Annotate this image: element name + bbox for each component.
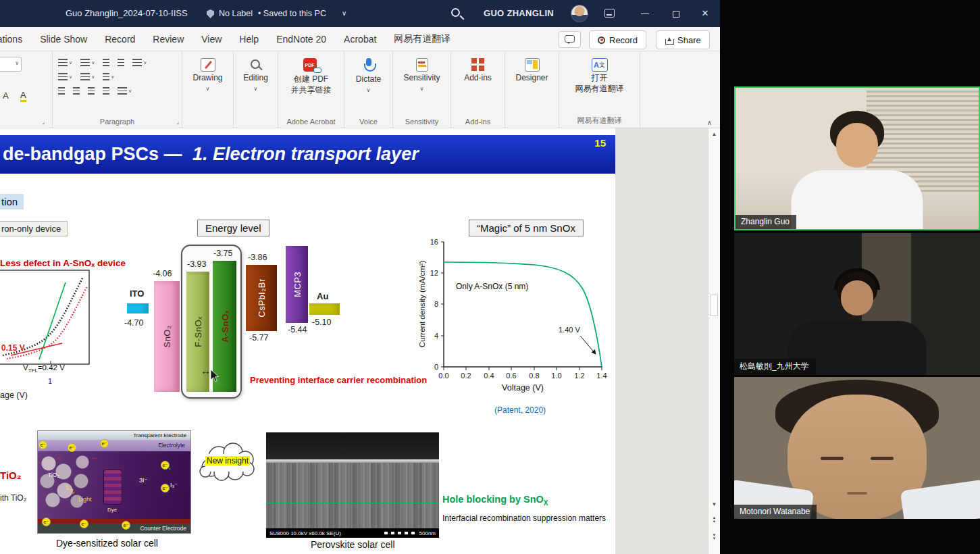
close-button[interactable]: ✕ — [690, 0, 720, 27]
collapse-ribbon-button[interactable]: ∧ — [707, 119, 712, 126]
participant-body — [792, 170, 923, 230]
justify-button[interactable] — [101, 86, 111, 95]
vertical-scrollbar[interactable]: ▲ ▼ ▲▲ ▼▼ — [708, 128, 720, 554]
jv-series-label: Only A-SnOx (5 nm) — [456, 282, 528, 291]
jv-xtick: 0.2 — [461, 372, 471, 380]
canvas-margin — [615, 128, 708, 554]
less-defect-note[interactable]: Less defect in A-SnOₓ device — [0, 258, 126, 268]
sensitivity-button[interactable]: Sensitivity ∨ — [393, 57, 450, 95]
next-slide-button[interactable]: ▼▼ — [708, 534, 720, 540]
record-button[interactable]: Record — [589, 30, 646, 49]
preventing-recombination-note[interactable]: Preventing interface carrier recombinati… — [250, 375, 427, 385]
participant-name: Motonori Watanabe — [734, 505, 817, 519]
chevron-down-icon: ∨ — [91, 60, 95, 66]
participant-name: 松島敏則_九州大学 — [734, 359, 816, 375]
align-center-button[interactable] — [72, 86, 81, 95]
indent-decrease-button[interactable] — [101, 58, 111, 67]
paragraph-dialog-launcher[interactable]: ⌟ — [176, 118, 179, 125]
grow-font-button[interactable]: A — [3, 91, 9, 101]
ribbon-display-options-icon[interactable] — [604, 9, 615, 18]
dssc-figure[interactable]: Transparent Electrode Electrolyte TiO₂ D… — [37, 430, 191, 534]
share-button[interactable]: Share — [656, 30, 710, 49]
tab-record[interactable]: Record — [96, 34, 144, 45]
columns-button[interactable]: ∨ — [57, 72, 74, 81]
sem-caption[interactable]: Perovskite solar cell — [311, 539, 395, 550]
drawing-button[interactable]: Drawing ∨ — [182, 57, 233, 95]
chevron-down-icon: ∨ — [143, 60, 147, 66]
numbering-button[interactable]: ∨ — [79, 58, 96, 67]
tab-endnote[interactable]: EndNote 20 — [267, 34, 335, 45]
chevron-down-icon: ∨ — [206, 84, 210, 93]
sem-info-bar: SU8000 10.0kV x60.0k SE(U) 500nm — [266, 528, 439, 538]
create-pdf-button[interactable]: PDF 创建 PDF 并共享链接 — [278, 57, 344, 96]
font-dialog-launcher[interactable]: ⌟ — [42, 118, 45, 125]
tab-youdao-translate[interactable]: 网易有道翻译 — [385, 33, 459, 45]
electron-only-device-label[interactable]: ron-only device — [0, 221, 68, 236]
chevron-down-icon[interactable]: ∨ — [342, 0, 346, 27]
line-spacing-button[interactable]: ∨ — [131, 58, 148, 67]
columns-icon — [58, 73, 68, 80]
magic-snox-label[interactable]: “Magic” of 5 nm SnOx — [469, 220, 584, 236]
avatar[interactable] — [571, 5, 588, 22]
ribbon-tab-row: nations Slide Show Record Review View He… — [0, 27, 720, 51]
sclc-chart[interactable] — [0, 269, 91, 372]
font-size-box-partial[interactable]: ∨ — [0, 57, 22, 72]
designer-button[interactable]: Designer — [505, 57, 559, 84]
jv-chart[interactable]: 16 12 8 4 0 0.0 0.2 0.4 0.6 0.8 1.0 1.2 … — [417, 235, 614, 397]
video-feed — [734, 377, 980, 519]
scroll-up-button[interactable]: ▲ — [708, 131, 720, 137]
addins-button[interactable]: Add-ins — [451, 57, 505, 84]
new-insight-callout[interactable]: New insight — [196, 439, 259, 482]
slide-canvas[interactable]: de-bandgap PSCs — 1. Electron transport … — [0, 128, 615, 554]
hole-blocking-note[interactable]: Hole blocking by SnOX — [442, 494, 548, 507]
open-youdao-button[interactable]: A文 打开 网易有道翻译 — [559, 57, 640, 95]
participant-tile-matsushima[interactable]: 松島敏則_九州大学 — [734, 233, 980, 375]
patent-note[interactable]: (Patent, 2020) — [494, 405, 546, 415]
section-label-partial[interactable]: tion — [0, 194, 24, 209]
mcp3-value: -5.44 — [288, 325, 307, 334]
jv-ytick: 8 — [434, 300, 438, 308]
editing-button[interactable]: Editing ∨ — [234, 57, 278, 95]
tab-slide-show[interactable]: Slide Show — [31, 34, 96, 45]
sno2-bar[interactable]: SnO₂ — [154, 281, 180, 392]
new-insight-label: New insight — [205, 456, 250, 465]
align-right-button[interactable] — [86, 86, 96, 95]
convert-to-smartart-button[interactable]: ∨ — [116, 86, 133, 95]
align-text-button[interactable]: ∨ — [101, 72, 115, 81]
interfacial-note[interactable]: Interfacial recombination suppression ma… — [442, 513, 606, 523]
sensitivity-label-badge[interactable]: No Label — [219, 0, 253, 27]
tab-help[interactable]: Help — [230, 34, 267, 45]
tab-animations-partial[interactable]: nations — [0, 34, 31, 45]
au-bar[interactable] — [309, 303, 340, 315]
sem-image[interactable]: SU8000 10.0kV x60.0k SE(U) 500nm — [266, 432, 439, 538]
jv-ticks — [441, 242, 602, 370]
dssc-caption[interactable]: Dye-sensitized solar cell — [56, 538, 158, 549]
minimize-button[interactable]: — — [629, 0, 661, 27]
comments-button[interactable] — [559, 31, 581, 48]
align-left-button[interactable] — [57, 86, 66, 95]
text-direction-button[interactable]: ∨ — [79, 72, 96, 81]
highlight-color-button[interactable]: A — [20, 91, 26, 102]
dictate-button[interactable]: Dictate ∨ — [344, 57, 392, 96]
cspbi2br-bar[interactable]: CsPbI₂Br — [246, 265, 277, 331]
energy-level-label[interactable]: Energy level — [197, 220, 269, 236]
search-icon[interactable] — [451, 8, 460, 17]
autosave-status[interactable]: • Saved to this PC — [258, 0, 326, 27]
scroll-down-button[interactable]: ▼ — [708, 501, 720, 507]
participant-tile-zhanglin-guo[interactable]: Zhanglin Guo — [734, 86, 980, 230]
ito-bar[interactable] — [127, 303, 149, 313]
previous-slide-button[interactable]: ▲▲ — [708, 516, 720, 523]
tab-acrobat[interactable]: Acrobat — [335, 34, 385, 45]
sensitivity-shield-icon[interactable] — [207, 9, 214, 18]
voice-group: Dictate ∨ Voice — [344, 51, 393, 128]
tab-view[interactable]: View — [192, 34, 230, 45]
mcp3-bar[interactable]: MCP3 — [286, 246, 308, 323]
participant-tile-watanabe[interactable]: Motonori Watanabe — [734, 377, 980, 519]
account-name[interactable]: GUO ZHANGLIN — [484, 0, 554, 27]
bullets-button[interactable]: ∨ — [57, 58, 74, 67]
maximize-button[interactable] — [661, 0, 692, 27]
scrollbar-thumb[interactable] — [710, 295, 718, 316]
slide-title-bar[interactable]: de-bandgap PSCs — 1. Electron transport … — [0, 135, 615, 174]
tab-review[interactable]: Review — [144, 34, 192, 45]
indent-increase-button[interactable] — [116, 58, 126, 67]
